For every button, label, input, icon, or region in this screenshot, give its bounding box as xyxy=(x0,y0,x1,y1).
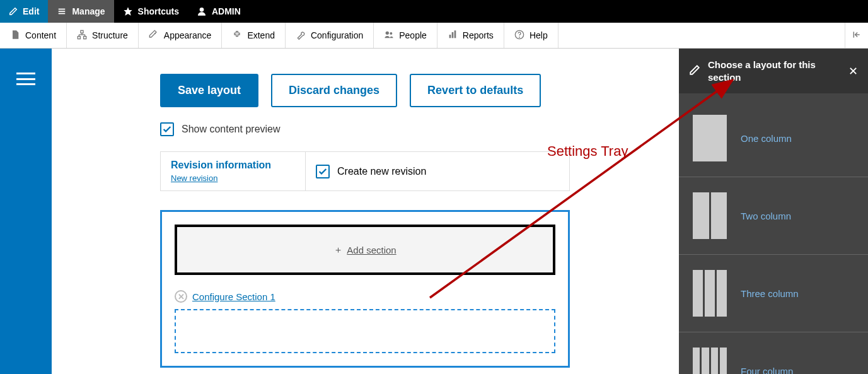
toolbar-manage-label: Manage xyxy=(72,6,105,16)
save-layout-button[interactable]: Save layout xyxy=(160,74,258,107)
tray-title: Choose a layout for this section xyxy=(708,59,841,83)
layout-option-label: Three column xyxy=(741,288,799,299)
svg-point-4 xyxy=(200,8,204,12)
wrench-icon xyxy=(296,30,306,42)
svg-rect-15 xyxy=(452,32,454,38)
collapse-icon xyxy=(852,30,862,41)
appearance-icon xyxy=(149,30,159,42)
toolbar-top: Edit Manage Shortcuts ADMIN xyxy=(0,0,868,23)
layout-option-three[interactable]: Three column xyxy=(679,255,868,332)
remove-section-button[interactable]: ✕ xyxy=(175,290,187,303)
left-rail xyxy=(0,49,52,374)
svg-point-12 xyxy=(386,31,389,34)
menu-configuration-label: Configuration xyxy=(311,30,363,40)
two-column-icon xyxy=(693,192,727,239)
svg-point-18 xyxy=(519,37,520,37)
toolbar-shortcuts[interactable]: Shortcuts xyxy=(114,0,188,23)
menu-people[interactable]: People xyxy=(374,23,437,48)
menu-extend-label: Extend xyxy=(247,30,275,40)
help-icon xyxy=(514,30,524,42)
svg-rect-5 xyxy=(81,30,83,33)
star-icon xyxy=(123,6,133,16)
menu-content[interactable]: Content xyxy=(0,23,67,48)
svg-point-13 xyxy=(390,32,393,35)
settings-tray: Choose a layout for this section ✕ One c… xyxy=(679,49,868,374)
pencil-icon xyxy=(689,64,700,78)
extend-icon xyxy=(232,30,242,42)
menu-structure[interactable]: Structure xyxy=(67,23,139,48)
menu-appearance-label: Appearance xyxy=(164,30,212,40)
menu-appearance[interactable]: Appearance xyxy=(139,23,223,48)
people-icon xyxy=(384,30,394,42)
svg-rect-6 xyxy=(78,36,80,38)
layout-option-four[interactable]: Four column xyxy=(679,332,868,374)
revision-tab[interactable]: Revision information New revision xyxy=(161,152,306,190)
menu-collapse[interactable] xyxy=(845,23,868,48)
tray-close-button[interactable]: ✕ xyxy=(848,64,858,78)
menu-help-label: Help xyxy=(529,30,548,40)
plus-icon: ＋ xyxy=(333,244,343,256)
structure-icon xyxy=(77,30,87,42)
menu-content-label: Content xyxy=(25,30,56,40)
four-column-icon xyxy=(693,348,727,374)
section-region[interactable] xyxy=(175,309,555,353)
toolbar-shortcuts-label: Shortcuts xyxy=(138,6,179,16)
svg-marker-3 xyxy=(124,7,132,15)
create-revision-checkbox[interactable] xyxy=(316,165,330,178)
annotation-label: Settings Tray xyxy=(547,143,628,160)
file-icon xyxy=(10,30,20,42)
tray-header: Choose a layout for this section ✕ xyxy=(679,49,868,93)
menu-people-label: People xyxy=(399,30,427,40)
menu-structure-label: Structure xyxy=(92,30,128,40)
show-preview-label: Show content preview xyxy=(182,124,281,135)
hamburger-icon xyxy=(57,7,67,16)
show-preview-checkbox[interactable] xyxy=(160,122,174,136)
menu-configuration[interactable]: Configuration xyxy=(286,23,374,48)
menu-reports[interactable]: Reports xyxy=(437,23,504,48)
add-section-label: Add section xyxy=(347,245,396,255)
svg-rect-16 xyxy=(454,30,456,38)
toolbar-edit-label: Edit xyxy=(23,6,39,16)
one-column-icon xyxy=(693,115,727,161)
content-area: Save layout Discard changes Revert to de… xyxy=(52,49,679,374)
configure-section-link[interactable]: Configure Section 1 xyxy=(192,291,275,302)
toolbar-admin-label: ADMIN xyxy=(212,6,241,16)
layout-option-label: One column xyxy=(741,133,792,144)
revert-defaults-button[interactable]: Revert to defaults xyxy=(410,74,541,107)
svg-rect-14 xyxy=(449,35,451,38)
layout-option-two[interactable]: Two column xyxy=(679,177,868,255)
layout-option-label: Two column xyxy=(741,211,791,221)
revision-info: Revision information New revision Create… xyxy=(160,151,570,191)
toolbar-manage[interactable]: Manage xyxy=(48,0,113,23)
three-column-icon xyxy=(693,270,727,317)
user-icon xyxy=(197,6,207,16)
toolbar-admin[interactable]: ADMIN xyxy=(188,0,250,23)
menu-reports-label: Reports xyxy=(463,30,494,40)
add-section-button[interactable]: ＋ Add section xyxy=(175,225,555,275)
layout-option-label: Four column xyxy=(741,366,793,375)
svg-rect-7 xyxy=(84,36,86,38)
toolbar-edit[interactable]: Edit xyxy=(0,0,48,23)
admin-menu: Content Structure Appearance Extend Conf… xyxy=(0,23,868,49)
menu-extend[interactable]: Extend xyxy=(222,23,286,48)
layout-option-one[interactable]: One column xyxy=(679,100,868,177)
pencil-icon xyxy=(9,7,18,16)
menu-toggle[interactable] xyxy=(16,73,35,85)
revision-sub: New revision xyxy=(171,173,295,183)
discard-changes-button[interactable]: Discard changes xyxy=(271,74,397,107)
menu-help[interactable]: Help xyxy=(504,23,558,48)
reports-icon xyxy=(448,30,458,42)
revision-title: Revision information xyxy=(171,160,295,171)
create-revision-label: Create new revision xyxy=(337,166,426,177)
layout-builder: ＋ Add section ✕ Configure Section 1 xyxy=(160,210,570,368)
